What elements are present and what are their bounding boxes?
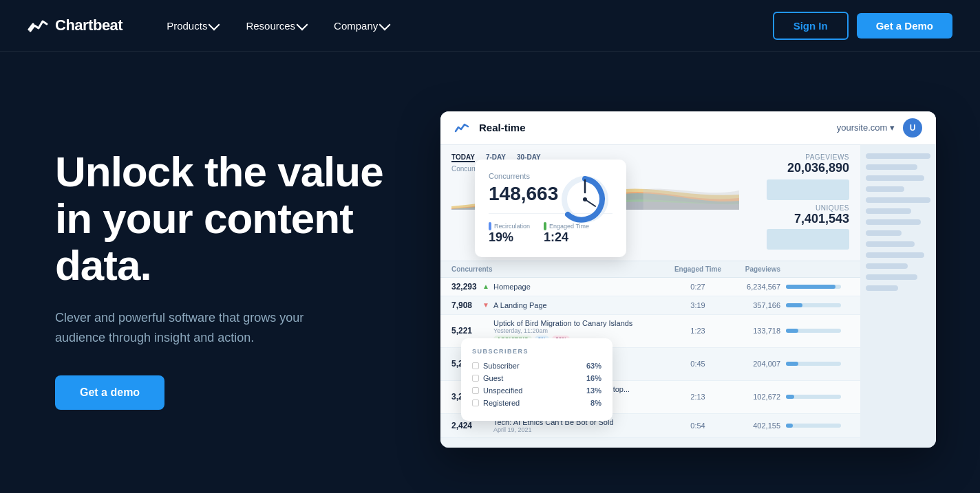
engaged-time-value: 1:24 (544, 230, 589, 245)
sidebar-bar (866, 175, 924, 181)
col-bar (780, 265, 849, 273)
hero-section: Unlock the value in your content data. C… (0, 52, 980, 493)
chevron-down-icon (297, 19, 308, 30)
row-bar (780, 424, 849, 428)
sidebar-bar (866, 263, 908, 269)
pageviews-uniques: Pageviews 20,036,890 Uniques 7,401,543 (756, 153, 849, 252)
row-pageviews: 204,007 (725, 360, 780, 368)
dashboard-header: Real-time yoursite.com ▾ U (440, 111, 936, 145)
uniques-stat: Uniques 7,401,543 (767, 204, 849, 226)
row-bar (780, 362, 849, 366)
concurrents-widget: Concurrents 148,663 Recirculation 19% (475, 160, 626, 257)
row-engaged-time: 0:45 (670, 360, 725, 368)
row-concurrents: 7,908 (451, 300, 482, 310)
subscribers-title: SUBSCRIBERS (472, 348, 601, 355)
subscribers-widget: SUBSCRIBERS Subscriber 63% Guest 16% Uns… (461, 338, 612, 421)
col-pageviews: Pageviews (725, 265, 780, 273)
row-article-name: A Landing Page (493, 301, 670, 309)
signin-button[interactable]: Sign In (773, 12, 849, 40)
row-pageviews: 6,234,567 (725, 283, 780, 291)
hero-cta-button[interactable]: Get a demo (55, 375, 164, 410)
row-bar (780, 285, 849, 289)
concurrents-chart (557, 172, 612, 227)
pageviews-stat: Pageviews 20,036,890 (767, 153, 849, 175)
sidebar-bar (866, 285, 898, 291)
subscriber-row-guest: Guest 16% (472, 374, 601, 382)
row-date: Yesterday, 11:20am (493, 327, 670, 334)
right-sidebar (860, 145, 936, 448)
row-engaged-time: 0:27 (670, 283, 725, 291)
nav-links: Products Resources Company (156, 14, 772, 37)
chartbeat-logo-icon (28, 17, 50, 34)
hero-visual: Concurrents 148,663 Recirculation 19% (440, 111, 936, 448)
row-pageviews: 402,155 (725, 421, 780, 430)
table-row[interactable]: 7,908 ▼ A Landing Page 3:19 357,166 (440, 296, 860, 315)
sidebar-bar (866, 164, 917, 170)
registered-checkbox[interactable] (472, 399, 479, 406)
table-row[interactable]: 32,293 ▲ Homepage 0:27 6,234,567 (440, 278, 860, 296)
nav-actions: Sign In Get a Demo (773, 12, 952, 40)
row-pageviews: 133,718 (725, 327, 780, 335)
row-bar (780, 303, 849, 307)
nav-item-products[interactable]: Products (156, 14, 229, 37)
hero-content: Unlock the value in your content data. C… (55, 149, 413, 410)
subscriber-row-registered: Registered 8% (472, 399, 601, 407)
recirculation-bar-icon (489, 222, 491, 230)
row-pageviews: 357,166 (725, 301, 780, 309)
sidebar-bar (866, 208, 911, 214)
subscriber-row-subscriber: Subscriber 63% (472, 362, 601, 370)
row-concurrents: 32,293 (451, 282, 482, 292)
sidebar-bar (866, 153, 930, 159)
row-concurrents: 2,424 (451, 421, 482, 430)
row-engaged-time: 3:19 (670, 301, 725, 309)
logo-text: Chartbeat (55, 17, 122, 34)
unspecified-checkbox[interactable] (472, 387, 479, 394)
subscriber-row-unspecified: Unspecified 13% (472, 386, 601, 395)
row-date: April 19, 2021 (493, 426, 670, 433)
nav-item-resources[interactable]: Resources (235, 14, 317, 37)
tab-today[interactable]: TODAY (451, 153, 475, 162)
uniques-bar (767, 229, 849, 250)
row-engaged-time: 2:13 (670, 393, 725, 401)
hero-title: Unlock the value in your content data. (55, 149, 413, 289)
row-concurrents: 5,221 (451, 326, 482, 336)
col-engaged-time: Engaged Time (670, 265, 725, 273)
row-article-name: Uptick of Bird Migration to Canary Islan… (493, 319, 670, 327)
chevron-down-icon (209, 19, 220, 30)
row-engaged-time: 1:23 (670, 327, 725, 335)
chevron-down-icon (379, 19, 391, 30)
navigation: Chartbeat Products Resources Company Sig… (0, 0, 980, 52)
hero-subtitle: Clever and powerful software that grows … (55, 308, 344, 348)
subscriber-checkbox[interactable] (472, 362, 479, 369)
table-header: Concurrents Engaged Time Pageviews (440, 261, 860, 278)
row-engaged-time: 0:54 (670, 421, 725, 430)
svg-point-3 (583, 197, 587, 201)
guest-checkbox[interactable] (472, 375, 479, 382)
arrow-down-icon: ▼ (482, 301, 493, 309)
sidebar-bar (866, 230, 902, 236)
logo[interactable]: Chartbeat (28, 17, 122, 34)
row-article-name: Homepage (493, 283, 670, 291)
engaged-time-bar-icon (544, 222, 546, 230)
pageviews-bar (767, 179, 849, 200)
dashboard-avatar: U (903, 118, 922, 138)
sidebar-bar (866, 197, 930, 203)
sidebar-bar (866, 219, 921, 225)
get-demo-button[interactable]: Get a Demo (857, 13, 952, 39)
sidebar-bar (866, 274, 917, 280)
sidebar-bar (866, 252, 924, 258)
recirculation-value: 19% (489, 230, 530, 245)
row-bar (780, 329, 849, 333)
row-bar (780, 395, 849, 399)
col-concurrents: Concurrents (451, 265, 670, 273)
sidebar-bar (866, 186, 904, 192)
dashboard-site: yoursite.com ▾ (837, 122, 895, 133)
dashboard-title: Real-time (479, 122, 837, 133)
sidebar-bar (866, 241, 915, 247)
recirculation-metric: Recirculation 19% (489, 222, 530, 245)
row-pageviews: 102,672 (725, 393, 780, 401)
db-logo-icon (454, 122, 471, 134)
nav-item-company[interactable]: Company (323, 14, 400, 37)
arrow-up-icon: ▲ (482, 283, 493, 290)
